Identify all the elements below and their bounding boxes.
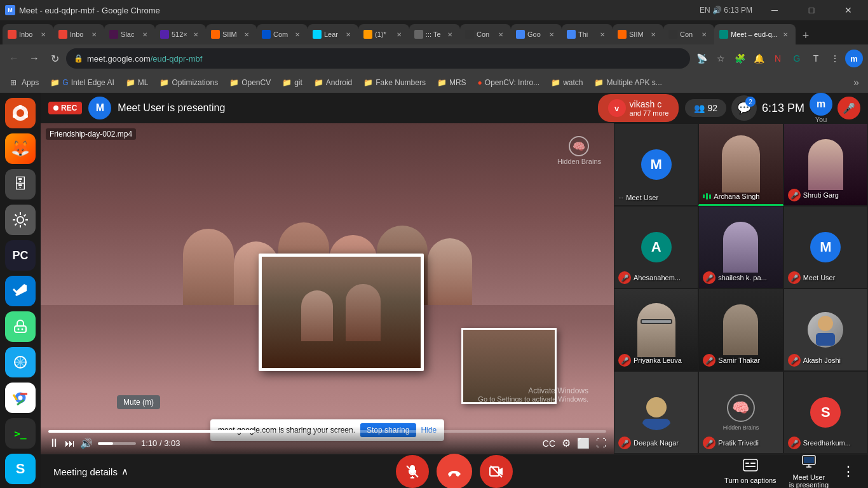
- tab-con1[interactable]: Con ✕: [460, 24, 511, 44]
- tab-close[interactable]: ✕: [140, 29, 150, 39]
- tab-meet[interactable]: Meet – eud-q... ✕: [714, 24, 796, 44]
- tab-close[interactable]: ✕: [546, 29, 557, 39]
- tab-inbox2[interactable]: Inbo ✕: [53, 24, 104, 44]
- tab-inbox1[interactable]: Inbo ✕: [3, 24, 53, 44]
- tab-siim2[interactable]: SIIM ✕: [613, 24, 663, 44]
- fullscreen-button[interactable]: ⛶: [596, 438, 606, 449]
- tab-close[interactable]: ✕: [445, 29, 455, 39]
- participants-button[interactable]: 👥 92: [685, 99, 726, 117]
- tile-shruti-garg[interactable]: 🎤 Shruti Garg: [783, 123, 868, 206]
- tab-close[interactable]: ✕: [648, 29, 658, 39]
- bookmark-android[interactable]: 📁 Android: [309, 76, 357, 89]
- translate-icon[interactable]: T: [807, 50, 825, 67]
- address-bar[interactable]: 🔒 meet.google.com/eud-qdpr-mbf: [66, 48, 690, 69]
- tab-con2[interactable]: Con ✕: [663, 24, 714, 44]
- camera-off-button[interactable]: [480, 455, 513, 488]
- bookmark-mrs[interactable]: 📁 MRS: [432, 76, 471, 89]
- volume-slider[interactable]: [98, 442, 136, 445]
- bookmark-git[interactable]: 📁 git: [277, 76, 308, 89]
- tab-512[interactable]: 512× ✕: [155, 24, 206, 44]
- tab-close[interactable]: ✕: [597, 29, 607, 39]
- tile-pratik[interactable]: 🧠 Hidden Brains 🎤 Pratik Trivedi: [698, 371, 783, 454]
- settings-video-button[interactable]: ⚙: [562, 437, 571, 449]
- tile-akash[interactable]: 🎤 Akash Joshi: [783, 288, 868, 371]
- tile-archana-singh[interactable]: Archana Singh: [698, 123, 783, 206]
- tab-close[interactable]: ✕: [699, 29, 709, 39]
- close-button[interactable]: ✕: [834, 0, 863, 20]
- tab-close[interactable]: ✕: [191, 29, 201, 39]
- tab-close[interactable]: ✕: [780, 29, 790, 39]
- volume-button[interactable]: 🔊: [80, 437, 93, 449]
- skype-icon[interactable]: S: [5, 454, 36, 484]
- notion-icon[interactable]: N: [769, 50, 787, 67]
- bookmark-multiple-apk[interactable]: 📁 Multiple APK s...: [589, 76, 667, 89]
- menu-icon[interactable]: ⋮: [826, 50, 844, 67]
- tab-google[interactable]: Goo ✕: [511, 24, 562, 44]
- video-progress-bar[interactable]: [48, 430, 606, 433]
- bookmark-opencv[interactable]: 📁 OpenCV: [224, 76, 276, 89]
- tab-close[interactable]: ✕: [38, 29, 48, 39]
- chrome-icon[interactable]: [5, 383, 36, 413]
- tab-siim1[interactable]: SIIM ✕: [206, 24, 257, 44]
- tab-te[interactable]: ::: Te ✕: [409, 24, 460, 44]
- cast-icon[interactable]: 📡: [693, 50, 710, 67]
- zorin-connect-icon[interactable]: [5, 347, 36, 377]
- tab-close[interactable]: ✕: [241, 29, 252, 39]
- theater-button[interactable]: ⬜: [577, 437, 590, 449]
- hangup-button[interactable]: [437, 454, 472, 488]
- bookmark-ml[interactable]: 📁 ML: [121, 76, 154, 89]
- mic-mute-button[interactable]: [396, 455, 429, 488]
- tab-slack[interactable]: Slac ✕: [104, 24, 155, 44]
- your-mic-button[interactable]: 🎤: [837, 97, 860, 119]
- pause-button[interactable]: ⏸: [48, 437, 60, 450]
- tile-meet-user-2[interactable]: M 🎤 Meet User: [783, 206, 868, 288]
- captions-button[interactable]: CC: [543, 438, 555, 449]
- tab-close[interactable]: ✕: [394, 29, 404, 39]
- system-settings-icon[interactable]: [5, 205, 36, 235]
- bookmark-intel-edge-ai[interactable]: 📁 G Intel Edge AI: [45, 76, 119, 89]
- tile-ahesanahem[interactable]: A 🎤 Ahesanahem...: [614, 206, 698, 288]
- tab-close[interactable]: ✕: [496, 29, 506, 39]
- tab-close[interactable]: ✕: [89, 29, 99, 39]
- ubuntu-icon[interactable]: [5, 98, 36, 128]
- presenting-action[interactable]: Meet User is presenting: [789, 454, 829, 488]
- minimize-button[interactable]: ─: [760, 0, 789, 20]
- tab-thi[interactable]: Thi ✕: [562, 24, 613, 44]
- forward-button[interactable]: →: [25, 50, 43, 67]
- captions-action[interactable]: Turn on captions: [724, 459, 776, 484]
- reload-button[interactable]: ↻: [46, 50, 64, 67]
- bookmark-fake-numbers[interactable]: 📁 Fake Numbers: [358, 76, 431, 89]
- tile-samir[interactable]: 🎤 Samir Thakar: [698, 288, 783, 371]
- terminal-icon[interactable]: >_: [5, 418, 36, 449]
- user-profile-icon[interactable]: m: [845, 50, 863, 67]
- tile-shailesh[interactable]: 🎤 shailesh k. pa...: [698, 206, 783, 288]
- tab-notif[interactable]: (1)* ✕: [358, 24, 409, 44]
- vscode-icon[interactable]: [5, 276, 36, 306]
- tile-meet-user[interactable]: M ··· Meet User: [614, 123, 698, 206]
- tab-close[interactable]: ✕: [343, 29, 353, 39]
- tab-com[interactable]: Com ✕: [257, 24, 308, 44]
- chat-button[interactable]: 💬 2: [731, 95, 757, 121]
- files-icon[interactable]: 🗄: [5, 169, 36, 200]
- vikash-button[interactable]: v vikash c and 77 more: [598, 94, 679, 122]
- meet-ext-icon[interactable]: G: [788, 50, 806, 67]
- tile-sreedhar[interactable]: S 🎤 Sreedharkum... More options: [783, 371, 868, 454]
- jetbrains-icon[interactable]: PC: [5, 240, 36, 271]
- bookmark-opencv-intro[interactable]: ● OpenCV: Intro...: [473, 76, 545, 89]
- new-tab-button[interactable]: +: [796, 27, 816, 44]
- bookmark-icon[interactable]: ☆: [712, 50, 729, 67]
- tile-priyanka[interactable]: 🎤 Priyanka Leuva: [614, 288, 698, 371]
- bookmark-optimizations[interactable]: 📁 Optimizations: [154, 76, 223, 89]
- bookmark-apps[interactable]: ⊞ Apps: [5, 76, 44, 89]
- more-options-button[interactable]: ⋮: [841, 463, 855, 480]
- android-studio-icon[interactable]: [5, 311, 36, 342]
- more-bookmarks-button[interactable]: »: [850, 76, 863, 90]
- tile-deepak[interactable]: 🎤 Deepak Nagar: [614, 371, 698, 454]
- meeting-details-button[interactable]: Meeting details ∧: [53, 466, 128, 477]
- tab-learn[interactable]: Lear ✕: [308, 24, 358, 44]
- tab-close[interactable]: ✕: [292, 29, 302, 39]
- back-button[interactable]: ←: [5, 50, 23, 67]
- vikash-info[interactable]: v vikash c and 77 more: [598, 94, 679, 122]
- extensions-icon[interactable]: 🧩: [731, 50, 749, 67]
- notif-icon[interactable]: 🔔: [750, 50, 768, 67]
